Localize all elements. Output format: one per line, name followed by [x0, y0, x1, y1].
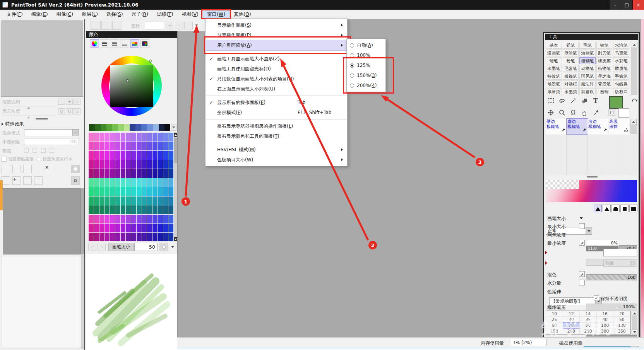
- palette-color[interactable]: [147, 133, 152, 142]
- panel-splitter-handle[interactable]: [587, 176, 598, 178]
- brush-category[interactable]: 对话框: [563, 80, 579, 87]
- rotate-cw-button[interactable]: ↻: [66, 108, 73, 114]
- palette-scrollbar[interactable]: [174, 133, 177, 241]
- palette-color[interactable]: [137, 160, 142, 169]
- palette-color[interactable]: [158, 151, 163, 160]
- palette-color[interactable]: [163, 142, 168, 151]
- palette-color[interactable]: [147, 142, 152, 151]
- brush-category[interactable]: 国风笔: [579, 73, 596, 80]
- palette-color[interactable]: [163, 187, 168, 196]
- palette-color[interactable]: [152, 187, 158, 196]
- palette-color[interactable]: [142, 224, 147, 232]
- palette-color[interactable]: [131, 205, 136, 214]
- palette-color[interactable]: [115, 187, 120, 196]
- palette-color[interactable]: [121, 187, 126, 196]
- palette-color[interactable]: [110, 169, 115, 178]
- swap-colors-icon[interactable]: [630, 96, 639, 104]
- brush-category[interactable]: 水墨笔: [546, 65, 562, 72]
- brush-category[interactable]: 动物笔: [579, 65, 596, 72]
- color-swatch[interactable]: [118, 124, 124, 131]
- palette-color[interactable]: [104, 178, 110, 187]
- palette-color[interactable]: [142, 178, 147, 187]
- brush-category[interactable]: 服饰笔: [563, 73, 579, 80]
- palette-color[interactable]: [89, 215, 94, 224]
- close-button[interactable]: ×: [632, 0, 644, 10]
- palette-color[interactable]: [131, 187, 136, 196]
- apply-layer-icon[interactable]: [23, 176, 32, 185]
- special-effects-section[interactable]: 特殊效果: [2, 121, 24, 127]
- menubar-item[interactable]: 窗口(W): [203, 10, 230, 19]
- palette-color[interactable]: [147, 187, 152, 196]
- palette-color[interactable]: [121, 151, 126, 160]
- transfer-layer-icon[interactable]: [2, 176, 10, 185]
- palette-color[interactable]: [110, 142, 115, 151]
- palette-color[interactable]: [89, 151, 94, 160]
- palette-color[interactable]: [94, 187, 99, 196]
- rotate-canvas-icon[interactable]: Ω: [569, 108, 577, 117]
- palette-color[interactable]: [168, 196, 173, 205]
- brush-category[interactable]: 毛发笔: [563, 65, 579, 72]
- sv-marker[interactable]: [126, 79, 129, 82]
- hue-marker[interactable]: [149, 60, 152, 63]
- palette-color[interactable]: [147, 224, 152, 232]
- window-menu-item[interactable]: ✓显示所有的操作面板(E)Tab: [206, 97, 347, 108]
- palette-color[interactable]: [115, 178, 120, 187]
- color-swatch[interactable]: [130, 124, 135, 131]
- color-wheel-mode-button[interactable]: [90, 39, 99, 48]
- palette-color[interactable]: [104, 233, 110, 242]
- size-list-item[interactable]: 12: [563, 311, 580, 317]
- brush-category[interactable]: 模糊笔: [579, 57, 596, 64]
- palette-color[interactable]: [137, 187, 142, 196]
- window-menu-item[interactable]: 全屏模式(F)F11, Shift+Tab: [206, 108, 347, 118]
- scroll-down-icon[interactable]: [174, 237, 177, 241]
- palette-color[interactable]: [89, 169, 94, 178]
- brush-category[interactable]: 水墨类: [563, 88, 579, 95]
- palette-color[interactable]: [142, 205, 147, 214]
- palette-color[interactable]: [104, 169, 110, 178]
- palette-color[interactable]: [110, 205, 115, 214]
- palette-color[interactable]: [99, 142, 104, 151]
- palette-color[interactable]: [115, 224, 120, 232]
- palette-color[interactable]: [126, 142, 131, 151]
- brush-category[interactable]: 厚涂笔: [563, 50, 579, 56]
- eyedropper-icon[interactable]: [591, 108, 600, 117]
- palette-color[interactable]: [121, 178, 126, 187]
- brush-category[interactable]: 肤质笔: [613, 65, 629, 72]
- palette-color[interactable]: [110, 224, 115, 232]
- menubar-item[interactable]: 编辑(E): [27, 10, 52, 19]
- palette-color[interactable]: [131, 233, 136, 242]
- clear-layer-icon[interactable]: ✕: [45, 165, 53, 173]
- color-swatch[interactable]: [164, 124, 170, 131]
- window-menu-item[interactable]: 显示操作面板(S): [206, 20, 347, 30]
- minimize-button[interactable]: –: [609, 0, 621, 10]
- palette-color[interactable]: [158, 187, 163, 196]
- palette-color[interactable]: [99, 151, 104, 160]
- palette-color[interactable]: [152, 142, 158, 151]
- palette-color[interactable]: [104, 160, 110, 169]
- zoom-option[interactable]: 125%: [347, 60, 385, 70]
- palette-color[interactable]: [126, 169, 131, 178]
- brush-category[interactable]: 我喜欢: [579, 88, 596, 95]
- tip-shape-triangle-button[interactable]: [594, 205, 602, 212]
- size-list-item[interactable]: 10: [546, 311, 563, 317]
- hand-tool-icon[interactable]: [580, 108, 589, 117]
- brush-size-field[interactable]: 50: [134, 243, 158, 251]
- toolbar-button[interactable]: [184, 22, 193, 29]
- size-list-item[interactable]: 20: [613, 311, 630, 317]
- menubar-item[interactable]: 尺子(R): [127, 10, 152, 19]
- lasso-icon[interactable]: [558, 96, 566, 105]
- zoom-option[interactable]: 200%(4): [347, 80, 385, 90]
- color-swatch[interactable]: [147, 124, 153, 131]
- delete-layer-icon[interactable]: [34, 176, 43, 185]
- palette-color[interactable]: [137, 224, 142, 232]
- zoom-slider[interactable]: [2, 106, 56, 106]
- texture-strength-field[interactable]: 强度95: [603, 259, 637, 267]
- brush-category[interactable]: 漫画笔: [546, 50, 562, 56]
- palette-color[interactable]: [142, 233, 147, 242]
- selection-add-button[interactable]: +: [166, 22, 174, 29]
- palette-color[interactable]: [168, 233, 173, 242]
- shape-strength-field[interactable]: [603, 249, 637, 256]
- palette-color[interactable]: [89, 133, 94, 142]
- foreground-color-swatch[interactable]: [609, 96, 623, 109]
- scroll-up-icon[interactable]: [174, 133, 177, 137]
